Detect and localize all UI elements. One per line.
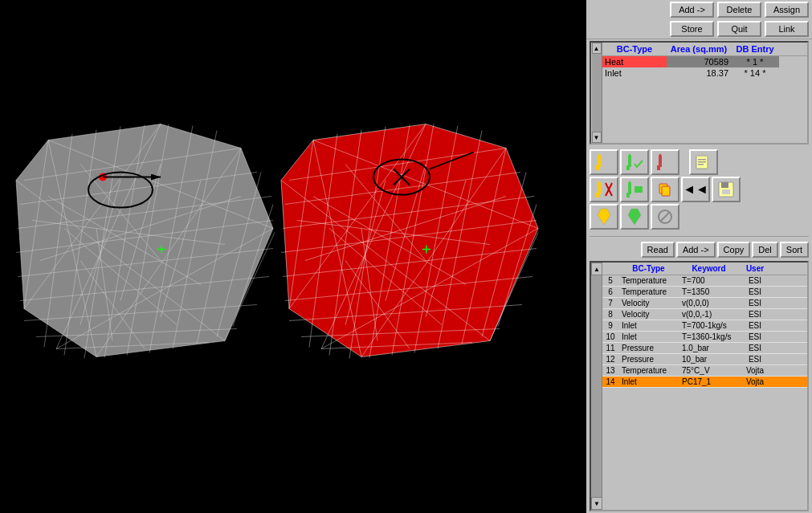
row-bctype: Inlet <box>618 377 679 387</box>
db-entry-header: DB Entry <box>731 43 779 55</box>
link-button[interactable]: Link <box>765 21 809 37</box>
red-pencil-x-btn[interactable] <box>651 149 679 175</box>
data-scroll-down[interactable]: ▼ <box>591 497 602 510</box>
scroll-up-btn[interactable]: ▲ <box>592 43 602 54</box>
area-header: Area (sq.mm) <box>667 43 731 55</box>
scroll-track-top <box>592 54 602 132</box>
svg-rect-104 <box>628 183 631 194</box>
viewport-svg <box>0 0 586 513</box>
data-scroll-track <box>591 275 602 497</box>
yellow-pencil-btn[interactable] <box>590 149 618 175</box>
data-table-wrapper: ▲ ▼ BC-Type Keyword User 5TemperatureT=7… <box>590 261 809 511</box>
quit-button[interactable]: Quit <box>717 21 761 37</box>
num-header <box>602 263 618 275</box>
scroll-down-btn[interactable]: ▼ <box>592 132 602 143</box>
read-button[interactable]: Read <box>641 242 675 258</box>
green-paint-btn[interactable] <box>620 204 649 230</box>
svg-rect-86 <box>598 156 601 167</box>
data-table-row[interactable]: 8Velocityv(0,0,-1)ESI <box>602 309 807 320</box>
delete-button[interactable]: Delete <box>717 2 761 18</box>
icon-row-2: ◄◄ <box>590 177 809 202</box>
data-table-row[interactable]: 14InletPC17_1Vojta <box>602 377 807 388</box>
row-num: 9 <box>602 320 618 331</box>
row-user: ESI <box>739 298 771 308</box>
data-table-row[interactable]: 9InletT=700-1kg/sESI <box>602 320 807 332</box>
icon-row-3 <box>590 204 809 230</box>
row-bctype: Velocity <box>618 309 679 320</box>
viewport-panel[interactable] <box>0 0 586 513</box>
row-user: ESI <box>739 309 771 320</box>
data-table-row[interactable]: 11Pressure1.0_barESI <box>602 343 807 354</box>
green-pencil-check-btn[interactable] <box>620 149 649 175</box>
sort-button[interactable]: Sort <box>780 242 809 258</box>
svg-marker-105 <box>628 181 631 183</box>
row-user: ESI <box>739 287 771 297</box>
store-button[interactable]: Store <box>670 21 714 37</box>
data-scroll-up[interactable]: ▲ <box>591 263 602 275</box>
heat-bctype-cell: Heat <box>602 56 667 67</box>
yellow-delete-btn[interactable] <box>590 177 618 202</box>
inlet-area-cell: 18.37 <box>667 67 731 79</box>
row-num: 13 <box>602 365 618 376</box>
data-table-row[interactable]: 5TemperatureT=700ESI <box>602 275 807 287</box>
row-num: 14 <box>602 377 618 387</box>
row-keyword: v(0,0,0) <box>679 298 739 308</box>
svg-marker-87 <box>598 153 601 156</box>
bc-table-container: ▲ ▼ BC-Type Area (sq.mm) DB Entry Heat 7… <box>590 41 809 145</box>
row-bctype: Pressure <box>618 343 679 353</box>
row-keyword: T=700-1kg/s <box>679 320 739 331</box>
row-bctype: Velocity <box>618 298 679 308</box>
separator <box>590 236 809 237</box>
row-bctype: Temperature <box>618 287 679 297</box>
row-num: 7 <box>602 298 618 308</box>
row-keyword: 10_bar <box>679 354 739 364</box>
data-keyword-header: Keyword <box>679 263 739 275</box>
bc-row-heat[interactable]: Heat 70589 * 1 * <box>602 56 807 67</box>
bottom-toolbar: Read Add -> Copy Del Sort <box>586 240 812 259</box>
row-user: ESI <box>739 320 771 331</box>
svg-rect-92 <box>659 156 662 167</box>
copy-button[interactable]: Copy <box>717 242 751 258</box>
data-table-row[interactable]: 6TemperatureT=1350ESI <box>602 287 807 298</box>
bottom-add-button[interactable]: Add -> <box>676 242 716 258</box>
copy-red-btn[interactable] <box>651 177 679 202</box>
row-num: 6 <box>602 287 618 297</box>
del-button[interactable]: Del <box>752 242 778 258</box>
right-panel: Add -> Delete Assign Store Quit Link ▲ ▼… <box>586 0 812 513</box>
row-user: Vojta <box>739 377 771 387</box>
row-num: 8 <box>602 309 618 320</box>
row-bctype: Inlet <box>618 332 679 342</box>
data-bctype-header: BC-Type <box>618 263 679 275</box>
data-table-inner: BC-Type Keyword User 5TemperatureT=700ES… <box>602 263 807 510</box>
data-table-row[interactable]: 7Velocityv(0,0,0)ESI <box>602 298 807 309</box>
row-bctype: Pressure <box>618 354 679 364</box>
data-table-row[interactable]: 10InletT=1360-1kg/sESI <box>602 332 807 343</box>
add-button[interactable]: Add -> <box>670 2 714 18</box>
data-table-row[interactable]: 13Temperature75°C_VVojta <box>602 365 807 377</box>
row-user: ESI <box>739 343 771 353</box>
data-scrollbar: ▲ ▼ <box>591 263 602 510</box>
bc-table-header: BC-Type Area (sq.mm) DB Entry <box>602 43 807 56</box>
row-keyword: T=1350 <box>679 287 739 297</box>
heat-area-cell: 70589 <box>667 56 731 67</box>
yellow-paint-btn[interactable] <box>590 204 618 230</box>
row-user: ESI <box>739 354 771 364</box>
svg-rect-108 <box>662 186 670 196</box>
double-arrow-btn[interactable]: ◄◄ <box>681 177 710 202</box>
svg-rect-106 <box>635 186 643 193</box>
bc-row-inlet[interactable]: Inlet 18.37 * 14 * <box>602 67 807 79</box>
svg-marker-93 <box>659 153 662 156</box>
row-user: Vojta <box>739 365 771 376</box>
file-save-btn[interactable] <box>712 177 741 202</box>
row-keyword: T=700 <box>679 275 739 286</box>
svg-rect-97 <box>698 164 704 165</box>
assign-button[interactable]: Assign <box>765 2 809 18</box>
data-user-header: User <box>739 263 771 275</box>
row-keyword: PC17_1 <box>679 377 739 387</box>
inlet-db-cell: * 14 * <box>731 67 779 79</box>
file-open-btn[interactable] <box>689 149 718 175</box>
disabled-icon-btn[interactable] <box>651 204 679 230</box>
data-table-header: BC-Type Keyword User <box>602 263 807 275</box>
data-table-row[interactable]: 12Pressure10_barESI <box>602 354 807 365</box>
green-edit-btn[interactable] <box>620 177 649 202</box>
